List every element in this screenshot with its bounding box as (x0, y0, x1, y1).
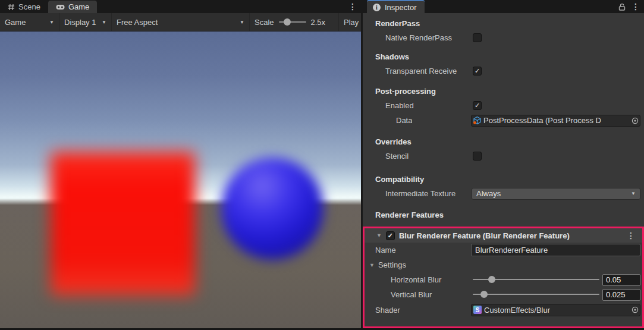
row-intermediate-texture: Intermediate Texture Always ▼ (363, 186, 644, 201)
foldout-icon[interactable]: ▼ (376, 232, 382, 238)
display-label: Display 1 (64, 18, 96, 27)
transparent-receive-checkbox[interactable]: ✓ (473, 67, 482, 76)
tab-inspector[interactable]: i Inspector (367, 0, 425, 13)
scale-control: Scale 2.5x (250, 13, 339, 31)
native-renderpass-checkbox[interactable] (473, 33, 482, 42)
section-renderer-features: Renderer Features (363, 209, 644, 222)
data-label: Data (396, 116, 412, 125)
vertical-blur-slider[interactable] (473, 290, 599, 298)
game-toolbar: Game ▼ Display 1 ▼ Free Aspect ▼ Scale 2… (0, 13, 361, 32)
aspect-ratio-dropdown[interactable]: Free Aspect ▼ (112, 13, 250, 31)
slider-knob[interactable] (488, 276, 495, 283)
game-mode-label: Game (5, 18, 26, 27)
gamepad-icon (56, 4, 65, 10)
game-viewport (0, 32, 361, 328)
tab-scene[interactable]: Scene (0, 1, 48, 13)
horizontal-blur-input[interactable]: 0.05 (602, 274, 640, 286)
scene-grid-icon (8, 4, 15, 11)
blur-feature-menu-icon[interactable]: ⋮ (627, 231, 635, 240)
row-native-renderpass: Native RenderPass (363, 30, 644, 45)
section-postprocessing: Post-processing (363, 85, 644, 98)
native-renderpass-label: Native RenderPass (385, 33, 452, 42)
row-stencil: Stencil (363, 149, 644, 164)
shader-label: Shader (375, 306, 400, 315)
blur-feature-title: Blur Renderer Feature (Blur Renderer Fea… (399, 231, 570, 240)
slider-track (473, 294, 599, 295)
blurred-red-cube (51, 152, 195, 296)
chevron-down-icon: ▼ (240, 20, 244, 25)
object-picker-icon[interactable] (630, 115, 640, 126)
chevron-down-icon: ▼ (631, 191, 636, 196)
shader-value: CustomEffects/Blur (484, 306, 550, 315)
shader-object-field[interactable]: S CustomEffects/Blur (471, 304, 640, 316)
row-name: Name BlurRendererFeature (365, 243, 642, 257)
inspector-panel: i Inspector ⋮ RenderPass Native RenderPa… (363, 0, 644, 330)
chevron-down-icon: ▼ (102, 20, 106, 25)
foldout-icon[interactable]: ▼ (369, 262, 375, 268)
blur-feature-checkbox[interactable]: ✓ (386, 231, 395, 240)
game-panel: Scene Game ⋮ Game ▼ Display 1 (0, 0, 361, 330)
row-data: Data PostProcessData (Post Process D (363, 113, 644, 128)
name-input[interactable]: BlurRendererFeature (471, 244, 640, 256)
shader-icon: S (473, 306, 482, 314)
tab-scene-label: Scene (18, 2, 40, 11)
row-shader: Shader S CustomEffects/Blur (365, 302, 642, 318)
name-label: Name (375, 246, 396, 254)
scale-label: Scale (255, 18, 274, 27)
game-mode-dropdown[interactable]: Game ▼ (0, 13, 59, 31)
inspector-actions: ⋮ (618, 0, 640, 13)
scriptable-object-icon (473, 116, 482, 125)
horizontal-blur-label: Horizontal Blur (391, 275, 441, 284)
row-transparent-receive: Transparent Receive ✓ (363, 64, 644, 78)
object-picker-icon[interactable] (630, 304, 640, 316)
stencil-checkbox[interactable] (473, 152, 482, 161)
info-icon: i (373, 4, 381, 11)
lock-icon[interactable] (618, 3, 626, 11)
chevron-down-icon: ▼ (49, 20, 54, 25)
aspect-label: Free Aspect (117, 18, 158, 27)
tab-game[interactable]: Game (48, 1, 97, 13)
data-object-value: PostProcessData (Post Process D (483, 116, 601, 125)
transparent-receive-label: Transparent Receive (385, 67, 457, 76)
blurred-blue-sphere (221, 158, 323, 260)
tab-game-label: Game (68, 2, 89, 11)
intermediate-texture-dropdown[interactable]: Always ▼ (472, 188, 640, 200)
blur-feature-header[interactable]: ▼ ✓ Blur Renderer Feature (Blur Renderer… (365, 228, 642, 243)
intermediate-texture-label: Intermediate Texture (385, 189, 455, 198)
game-panel-menu-icon[interactable]: ⋮ (348, 1, 357, 12)
row-enabled: Enabled ✓ (363, 98, 644, 113)
enabled-label: Enabled (385, 101, 414, 110)
inspector-menu-icon[interactable]: ⋮ (632, 2, 640, 11)
row-vertical-blur: Vertical Blur 0.025 (365, 287, 642, 302)
section-compatibility: Compatibility (363, 173, 644, 186)
play-focused-dropdown[interactable]: Play (339, 13, 361, 31)
slider-knob[interactable] (480, 291, 488, 298)
section-overrides: Overrides (363, 136, 644, 149)
data-object-field[interactable]: PostProcessData (Post Process D (471, 115, 640, 127)
inspector-tabbar: i Inspector ⋮ (363, 0, 644, 13)
play-label: Play (344, 18, 359, 27)
scale-slider[interactable] (279, 18, 306, 26)
section-shadows: Shadows (363, 51, 644, 64)
blur-renderer-feature-highlight: ▼ ✓ Blur Renderer Feature (Blur Renderer… (363, 227, 644, 328)
row-horizontal-blur: Horizontal Blur 0.05 (365, 272, 642, 287)
section-renderpass: RenderPass (363, 17, 644, 30)
check-icon: ✓ (475, 68, 480, 74)
inspector-content: RenderPass Native RenderPass Shadows Tra… (363, 13, 644, 330)
stencil-label: Stencil (385, 152, 409, 161)
game-tabbar: Scene Game ⋮ (0, 0, 361, 13)
scale-value: 2.5x (311, 18, 326, 27)
vertical-blur-input[interactable]: 0.025 (602, 289, 640, 301)
scale-slider-track (279, 21, 306, 23)
intermediate-texture-value: Always (476, 189, 501, 198)
display-dropdown[interactable]: Display 1 ▼ (59, 13, 112, 31)
scale-slider-knob[interactable] (284, 18, 291, 26)
vertical-blur-label: Vertical Blur (391, 290, 432, 299)
enabled-checkbox[interactable]: ✓ (473, 101, 482, 110)
tab-inspector-label: Inspector (385, 3, 416, 12)
unity-editor-window: Scene Game ⋮ Game ▼ Display 1 (0, 0, 644, 330)
row-settings: ▼ Settings (365, 257, 642, 272)
horizontal-blur-slider[interactable] (473, 275, 599, 284)
settings-label: Settings (378, 260, 406, 269)
check-icon: ✓ (475, 102, 480, 109)
